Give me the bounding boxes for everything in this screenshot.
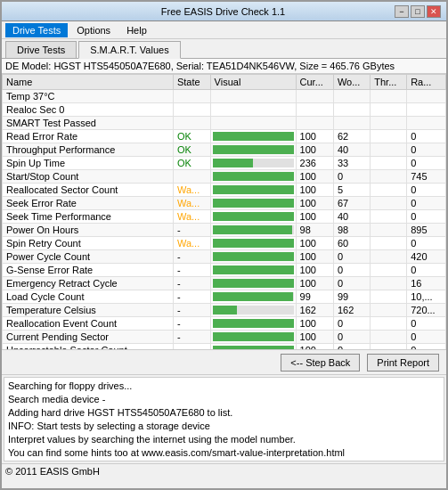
- row-visual: [210, 90, 296, 103]
- maximize-button[interactable]: □: [411, 5, 425, 18]
- table-header: Name State Visual Cur... Wo... Thr... Ra…: [3, 75, 446, 90]
- row-wo: 98: [333, 224, 370, 237]
- row-wo: 0: [333, 277, 370, 290]
- row-ra: [407, 103, 446, 117]
- row-state: OK: [173, 143, 210, 157]
- row-ra: [407, 117, 446, 130]
- row-name: Uncorrectable Sector Count: [3, 344, 174, 351]
- row-wo: [333, 103, 370, 117]
- row-name: G-Sense Error Rate: [3, 264, 174, 277]
- row-ra: 895: [407, 224, 446, 237]
- row-state: Wa...: [173, 184, 210, 197]
- minimize-button[interactable]: −: [395, 5, 409, 18]
- row-thr: [371, 157, 407, 170]
- menu-help[interactable]: Help: [119, 23, 154, 37]
- close-button[interactable]: ✕: [427, 5, 441, 18]
- row-thr: [371, 277, 407, 290]
- table-row: SMART Test Passed: [3, 117, 446, 130]
- table-row: Realoc Sec 0: [3, 103, 446, 117]
- col-name: Name: [3, 75, 174, 90]
- row-thr: [371, 143, 407, 157]
- row-cur: 98: [296, 224, 333, 237]
- row-cur: 100: [296, 130, 333, 143]
- row-visual: [210, 143, 296, 157]
- row-visual: [210, 277, 296, 290]
- tab-drive-tests[interactable]: Drive Tests: [5, 41, 77, 58]
- row-name: Spin Up Time: [3, 157, 174, 170]
- step-back-button[interactable]: <-- Step Back: [281, 354, 360, 372]
- table-row: Current Pending Sector-10000: [3, 331, 446, 344]
- row-wo: 99: [333, 290, 370, 304]
- row-state: -: [173, 331, 210, 344]
- row-wo: 0: [333, 264, 370, 277]
- table-row: Read Error RateOK100620: [3, 130, 446, 143]
- row-cur: 100: [296, 344, 333, 351]
- row-cur: [296, 90, 333, 103]
- row-ra: 0: [407, 317, 446, 331]
- menu-options[interactable]: Options: [69, 23, 118, 37]
- row-name: Realoc Sec 0: [3, 103, 174, 117]
- row-state: [173, 170, 210, 184]
- row-wo: 60: [333, 237, 370, 250]
- row-wo: 162: [333, 304, 370, 317]
- row-ra: 0: [407, 130, 446, 143]
- row-cur: 100: [296, 331, 333, 344]
- row-visual: [210, 304, 296, 317]
- row-visual: [210, 317, 296, 331]
- row-wo: 0: [333, 344, 370, 351]
- row-ra: 0: [407, 210, 446, 224]
- row-state: Wa...: [173, 197, 210, 210]
- row-ra: 420: [407, 250, 446, 264]
- row-visual: [210, 184, 296, 197]
- row-name: Reallocation Event Count: [3, 317, 174, 331]
- row-cur: 100: [296, 197, 333, 210]
- row-ra: 0: [407, 143, 446, 157]
- row-name: Current Pending Sector: [3, 331, 174, 344]
- row-name: Load Cycle Count: [3, 290, 174, 304]
- menu-drive-tests[interactable]: Drive Tests: [5, 23, 68, 37]
- row-state: Wa...: [173, 210, 210, 224]
- row-wo: 0: [333, 317, 370, 331]
- log-line: INFO: Start tests by selecting a storage…: [8, 420, 440, 433]
- row-name: Temperature Celsius: [3, 304, 174, 317]
- title-bar: Free EASIS Drive Check 1.1 − □ ✕: [2, 2, 446, 21]
- row-visual: [210, 103, 296, 117]
- row-visual: [210, 331, 296, 344]
- row-name: Temp 37°C: [3, 90, 174, 103]
- row-thr: [371, 317, 407, 331]
- window-controls[interactable]: − □ ✕: [395, 5, 441, 18]
- row-name: Reallocated Sector Count: [3, 184, 174, 197]
- row-state: [173, 90, 210, 103]
- row-name: Seek Error Rate: [3, 197, 174, 210]
- table-body: Temp 37°CRealoc Sec 0SMART Test PassedRe…: [3, 90, 446, 351]
- row-visual: [210, 117, 296, 130]
- row-thr: [371, 290, 407, 304]
- row-thr: [371, 130, 407, 143]
- row-cur: 100: [296, 250, 333, 264]
- row-wo: 67: [333, 197, 370, 210]
- row-visual: [210, 344, 296, 351]
- row-visual: [210, 250, 296, 264]
- col-visual: Visual: [210, 75, 296, 90]
- row-cur: 100: [296, 277, 333, 290]
- print-report-button[interactable]: Print Report: [367, 354, 439, 372]
- row-state: -: [173, 277, 210, 290]
- row-ra: 0: [407, 331, 446, 344]
- table-row: Spin Up TimeOK236330: [3, 157, 446, 170]
- row-state: -: [173, 224, 210, 237]
- row-visual: [210, 224, 296, 237]
- row-cur: 100: [296, 317, 333, 331]
- row-name: Power On Hours: [3, 224, 174, 237]
- row-cur: 162: [296, 304, 333, 317]
- row-state: OK: [173, 157, 210, 170]
- row-name: Read Error Rate: [3, 130, 174, 143]
- tab-smart-values[interactable]: S.M.A.R.T. Values: [78, 41, 180, 59]
- row-cur: 236: [296, 157, 333, 170]
- row-thr: [371, 344, 407, 351]
- row-state: Wa...: [173, 237, 210, 250]
- row-wo: 0: [333, 331, 370, 344]
- row-ra: [407, 90, 446, 103]
- row-thr: [371, 197, 407, 210]
- row-wo: [333, 117, 370, 130]
- row-cur: [296, 117, 333, 130]
